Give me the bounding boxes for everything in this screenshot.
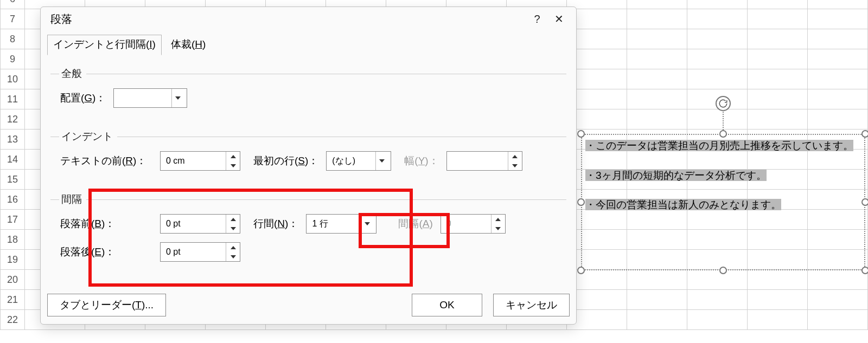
width-spinner[interactable] <box>446 151 522 171</box>
spin-down-icon[interactable] <box>226 252 240 261</box>
text-line: ・このデータは営業担当の月別売上推移を示しています。 <box>585 140 853 151</box>
spin-up-icon[interactable] <box>226 243 240 252</box>
dialog-titlebar[interactable]: 段落 ? ✕ <box>41 7 576 31</box>
row-header[interactable]: 21 <box>0 290 25 310</box>
cell[interactable] <box>687 49 748 69</box>
cell[interactable] <box>627 9 687 29</box>
before-text-label: テキストの前(R)： <box>60 154 152 168</box>
cell[interactable] <box>627 0 687 9</box>
row-header[interactable]: 11 <box>0 89 25 109</box>
row-header[interactable]: 16 <box>0 190 25 210</box>
cell[interactable] <box>808 270 868 290</box>
rotate-handle-icon[interactable] <box>716 96 731 111</box>
cell[interactable] <box>748 310 808 330</box>
at-label: 間隔(A) <box>398 217 432 231</box>
spin-down-icon[interactable] <box>226 161 240 170</box>
spin-up-icon[interactable] <box>226 215 240 224</box>
row-header[interactable]: 7 <box>0 9 25 29</box>
before-text-spinner[interactable]: 0 cm <box>160 151 240 171</box>
cell[interactable] <box>687 0 748 9</box>
cell[interactable] <box>687 29 748 49</box>
group-legend: 全般 <box>59 67 86 81</box>
cell[interactable] <box>627 109 687 130</box>
cell[interactable] <box>687 69 748 89</box>
cell[interactable] <box>687 290 748 310</box>
cancel-button[interactable]: キャンセル <box>493 294 570 316</box>
tab-indent-spacing[interactable]: インデントと行間隔(I) <box>47 35 162 55</box>
cell[interactable] <box>748 9 808 29</box>
cell[interactable] <box>627 310 687 330</box>
cell[interactable] <box>748 49 808 69</box>
row-header[interactable]: 13 <box>0 130 25 150</box>
row-header[interactable]: 15 <box>0 170 25 190</box>
cell[interactable] <box>808 0 868 9</box>
row-header[interactable]: 10 <box>0 69 25 89</box>
cell[interactable] <box>627 270 687 290</box>
text-content[interactable]: ・このデータは営業担当の月別売上推移を示しています。 ・3ヶ月間の短期的なデータ… <box>585 139 861 265</box>
resize-handle[interactable] <box>861 267 868 274</box>
resize-handle[interactable] <box>719 267 727 274</box>
cell[interactable] <box>627 290 687 310</box>
row-header[interactable]: 22 <box>0 310 25 330</box>
text-shape[interactable]: ・このデータは営業担当の月別売上推移を示しています。 ・3ヶ月間の短期的なデータ… <box>581 134 865 270</box>
at-spinner[interactable]: 0 <box>441 214 506 234</box>
cell[interactable] <box>687 109 748 130</box>
cell[interactable] <box>808 310 868 330</box>
resize-handle[interactable] <box>861 198 868 206</box>
cell[interactable] <box>748 0 808 9</box>
row-header[interactable]: 20 <box>0 270 25 290</box>
first-line-label: 最初の行(S)： <box>253 154 318 168</box>
cell[interactable] <box>808 290 868 310</box>
spin-down-icon[interactable] <box>492 224 505 233</box>
row-header[interactable]: 17 <box>0 210 25 230</box>
cell[interactable] <box>748 270 808 290</box>
ok-button[interactable]: OK <box>412 294 482 316</box>
cell[interactable] <box>687 9 748 29</box>
cell[interactable] <box>808 49 868 69</box>
text-line: ・今回の営業担当は新人のみとなります。 <box>585 199 781 210</box>
cell[interactable] <box>627 69 687 89</box>
cell[interactable] <box>627 29 687 49</box>
cell[interactable] <box>808 9 868 29</box>
resize-handle[interactable] <box>861 130 868 138</box>
spin-up-icon[interactable] <box>226 152 240 161</box>
help-button[interactable]: ? <box>526 10 548 28</box>
row-header[interactable]: 8 <box>0 29 25 49</box>
tabs-leader-button[interactable]: タブとリーダー(T)... <box>47 294 166 316</box>
spin-up-icon[interactable] <box>508 152 522 161</box>
cell[interactable] <box>748 109 808 130</box>
cell[interactable] <box>748 290 808 310</box>
resize-handle[interactable] <box>719 130 727 138</box>
cell[interactable] <box>748 29 808 49</box>
row-header[interactable]: 18 <box>0 230 25 250</box>
spacing-after-spinner[interactable]: 0 pt <box>160 242 240 262</box>
alignment-combo[interactable] <box>113 88 187 108</box>
row-header[interactable]: 9 <box>0 49 25 69</box>
cell[interactable] <box>808 89 868 109</box>
row-header[interactable]: 12 <box>0 109 25 130</box>
cell[interactable] <box>627 49 687 69</box>
row-header[interactable]: 14 <box>0 150 25 170</box>
tab-label: インデントと行間隔(I) <box>53 38 156 50</box>
first-line-combo[interactable]: (なし) <box>326 151 391 171</box>
resize-handle[interactable] <box>577 267 585 274</box>
row-header[interactable]: 19 <box>0 250 25 270</box>
resize-handle[interactable] <box>577 130 585 138</box>
close-button[interactable]: ✕ <box>548 10 570 28</box>
spin-down-icon[interactable] <box>508 161 522 170</box>
cell[interactable] <box>687 310 748 330</box>
cell[interactable] <box>687 270 748 290</box>
cell[interactable] <box>808 29 868 49</box>
spin-down-icon[interactable] <box>226 224 240 233</box>
cell[interactable] <box>808 109 868 130</box>
resize-handle[interactable] <box>577 198 585 206</box>
spacing-before-spinner[interactable]: 0 pt <box>160 214 240 234</box>
cell[interactable] <box>748 89 808 109</box>
tab-format[interactable]: 体裁(H) <box>165 35 212 55</box>
cell[interactable] <box>808 69 868 89</box>
cell[interactable] <box>627 89 687 109</box>
spin-up-icon[interactable] <box>492 215 505 224</box>
cell[interactable] <box>748 69 808 89</box>
row-header[interactable]: 6 <box>0 0 25 9</box>
line-spacing-combo[interactable]: 1 行 <box>306 214 376 234</box>
